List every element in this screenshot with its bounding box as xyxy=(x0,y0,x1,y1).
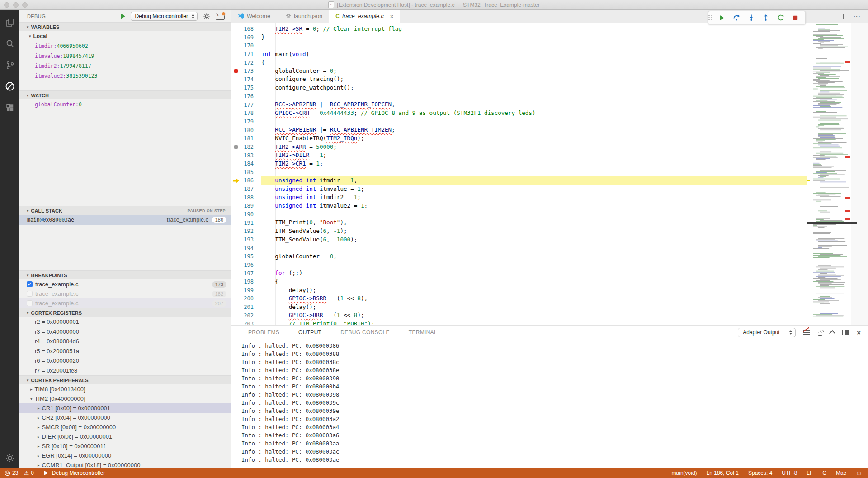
code-line[interactable]: 196 xyxy=(231,261,807,270)
line-number[interactable]: 193 xyxy=(231,237,261,243)
variable-row[interactable]: itmdir2: 1799478117 xyxy=(19,61,231,71)
line-number[interactable]: 192 xyxy=(231,228,261,234)
line-number[interactable]: 200 xyxy=(231,295,261,302)
start-debug-button[interactable] xyxy=(121,14,125,19)
launch-config-select[interactable]: Debug Microcontroller xyxy=(131,12,198,21)
cortex-peripherals-section-header[interactable]: ▾ CORTEX PERIPHERALS xyxy=(19,375,231,384)
code-line[interactable]: 179 xyxy=(231,118,807,126)
peripheral-row[interactable]: ▸CCMR1_Output [0x18] = 0x00000000 xyxy=(19,460,231,468)
output-log[interactable]: Info : halted: PC: 0x08000386Info : halt… xyxy=(231,339,868,464)
output-channel-select[interactable]: Adapter Output xyxy=(738,328,796,337)
code-line[interactable]: 202 GPIOC->BRR = (1 << 8); xyxy=(231,311,807,320)
line-number[interactable]: 194 xyxy=(231,245,261,251)
code-line[interactable]: 194 xyxy=(231,244,807,252)
status-eol[interactable]: LF xyxy=(807,470,813,476)
variable-row[interactable]: itmvalue2: 3815390123 xyxy=(19,71,231,81)
extensions-icon[interactable] xyxy=(0,98,19,118)
code-line[interactable]: 191 ITM_Print(0, "Boot"); xyxy=(231,218,807,227)
debug-restart-button[interactable] xyxy=(776,13,786,23)
tab-trace-example-c[interactable]: Ctrace_example.c× xyxy=(329,10,400,23)
breakpoint-checkbox[interactable] xyxy=(27,291,33,297)
variable-row[interactable]: globalCounter: 0 xyxy=(19,99,231,109)
line-number[interactable]: 167 xyxy=(231,23,261,24)
code-line[interactable]: 185 xyxy=(231,168,807,177)
code-line[interactable]: 186 unsigned int itmdir = 1; xyxy=(231,176,807,185)
code-line[interactable]: 173 globalCounter = 0; xyxy=(231,67,807,76)
line-number[interactable]: 198 xyxy=(231,279,261,285)
watch-section-header[interactable]: ▾ WATCH xyxy=(19,90,231,99)
peripheral-row[interactable]: ▸SR [0x10] = 0x0000001f xyxy=(19,441,231,451)
line-number[interactable]: 170 xyxy=(231,43,261,49)
line-number[interactable]: 199 xyxy=(231,287,261,293)
clear-output-icon[interactable] xyxy=(803,330,810,335)
variable-row[interactable]: itmvalue: 1898457419 xyxy=(19,51,231,61)
code-line[interactable]: 176 xyxy=(231,92,807,101)
settings-gear-icon[interactable] xyxy=(0,448,19,468)
line-number[interactable]: 169 xyxy=(231,34,261,41)
code-line[interactable]: 178 GPIOC->CRH = 0x44444433; // GPIOC 8 … xyxy=(231,109,807,118)
maximize-panel-icon[interactable] xyxy=(829,330,835,336)
line-number[interactable]: 191 xyxy=(231,220,261,226)
line-number[interactable]: 177 xyxy=(231,102,261,108)
line-number[interactable]: 178 xyxy=(231,110,261,116)
peripheral-row[interactable]: ▸DIER [0x0c] = 0x00000001 xyxy=(19,432,231,441)
debug-step-over-button[interactable] xyxy=(731,13,741,23)
unlock-icon[interactable] xyxy=(818,332,822,336)
code-line[interactable]: 168 TIM2->SR = 0; // Clear interrupt fla… xyxy=(231,25,807,33)
tab-launch-json[interactable]: launch.json xyxy=(279,10,329,23)
code-line[interactable]: 197 for (;;) xyxy=(231,269,807,278)
peripheral-row[interactable]: ▸TIM8 [0x40013400] xyxy=(19,384,231,394)
line-number[interactable]: 202 xyxy=(231,312,261,319)
code-editor[interactable]: 167168 TIM2->SR = 0; // Clear interrupt … xyxy=(231,23,868,325)
breakpoint-checkbox[interactable] xyxy=(27,300,33,306)
line-number[interactable]: 201 xyxy=(231,304,261,310)
register-row[interactable]: r6 = 0x00000020 xyxy=(19,356,231,366)
line-number[interactable]: 185 xyxy=(231,169,261,175)
status-indentation[interactable]: Spaces: 4 xyxy=(748,470,772,476)
debug-config-status[interactable]: Debug Microcontroller xyxy=(52,470,105,476)
panel-tab-problems[interactable]: PROBLEMS xyxy=(248,326,279,339)
register-row[interactable]: r5 = 0x2000051a xyxy=(19,346,231,356)
breakpoint-dot[interactable] xyxy=(234,69,238,73)
line-number[interactable]: 187 xyxy=(231,186,261,192)
feedback-smiley-icon[interactable]: ☺ xyxy=(856,469,862,477)
peripheral-row[interactable]: ▾TIM2 [0x40000000] xyxy=(19,394,231,403)
line-number[interactable]: 186 xyxy=(231,177,261,184)
code-line[interactable]: 177 RCC->APB2ENR |= RCC_APB2ENR_IOPCEN; xyxy=(231,100,807,109)
code-line[interactable]: 198 { xyxy=(231,278,807,286)
breakpoint-row[interactable]: ✓trace_example.c173 xyxy=(19,279,231,289)
line-number[interactable]: 173 xyxy=(231,68,261,74)
line-number[interactable]: 180 xyxy=(231,127,261,133)
peripheral-row[interactable]: ▸CR2 [0x04] = 0x00000000 xyxy=(19,413,231,422)
split-editor-icon[interactable] xyxy=(840,14,846,19)
panel-tab-terminal[interactable]: TERMINAL xyxy=(409,326,437,339)
more-actions-icon[interactable]: ··· xyxy=(854,13,861,20)
register-row[interactable]: r3 = 0x40000000 xyxy=(19,327,231,337)
register-row[interactable]: r7 = 0x20001fe8 xyxy=(19,366,231,376)
explorer-icon[interactable] xyxy=(0,13,19,33)
toolbar-drag-handle[interactable] xyxy=(708,15,712,20)
line-number[interactable]: 188 xyxy=(231,194,261,201)
line-number[interactable]: 182 xyxy=(231,144,261,150)
code-line[interactable]: 199 delay(); xyxy=(231,286,807,295)
breakpoints-section-header[interactable]: ▾ BREAKPOINTS xyxy=(19,270,231,279)
status-current-function[interactable]: main(void) xyxy=(672,470,697,476)
debug-icon[interactable] xyxy=(0,76,19,96)
minimap[interactable] xyxy=(812,23,851,325)
variable-row[interactable]: itmdir: 4066950602 xyxy=(19,41,231,51)
code-line[interactable]: 188 unsigned int itmdir2 = 1; xyxy=(231,193,807,202)
breakpoint-row[interactable]: trace_example.c182 xyxy=(19,289,231,298)
code-line[interactable]: 195 globalCounter = 0; xyxy=(231,252,807,261)
debug-step-out-button[interactable] xyxy=(761,13,771,23)
variables-scope-local[interactable]: ▾ Local xyxy=(19,31,231,41)
line-number[interactable]: 184 xyxy=(231,161,261,167)
line-number[interactable]: 183 xyxy=(231,152,261,159)
call-stack-section-header[interactable]: ▾ CALL STACK PAUSED ON STEP xyxy=(19,206,231,215)
peripheral-row[interactable]: ▸CR1 [0x00] = 0x00000001 xyxy=(19,403,231,413)
peripheral-row[interactable]: ▸EGR [0x14] = 0x00000000 xyxy=(19,451,231,460)
code-line[interactable]: 190 xyxy=(231,210,807,219)
variables-section-header[interactable]: ▾ VARIABLES xyxy=(19,22,231,31)
code-line[interactable]: 200 GPIOC->BSRR = (1 << 8); xyxy=(231,294,807,303)
close-panel-icon[interactable]: × xyxy=(857,329,861,336)
code-line[interactable]: 174 configure_tracing(); xyxy=(231,75,807,84)
